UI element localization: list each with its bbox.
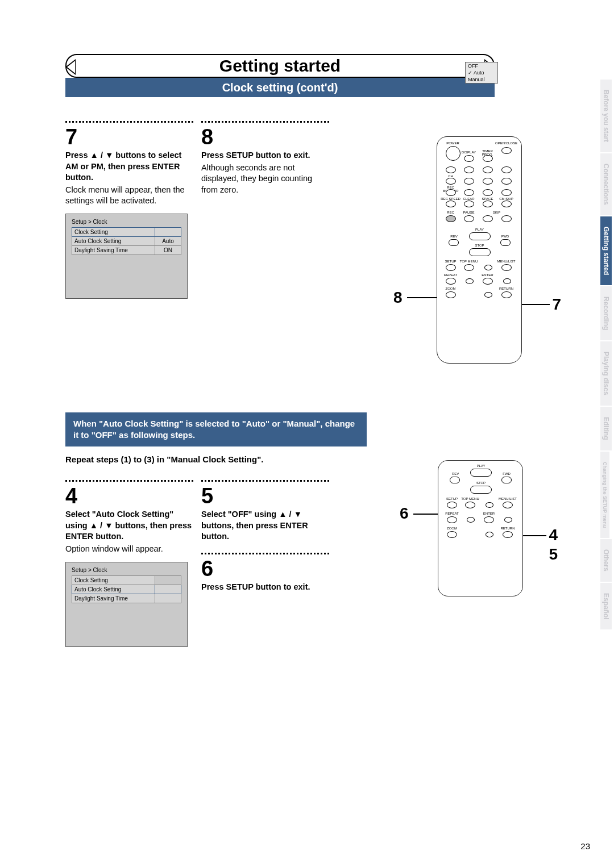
callout-8: 8 xyxy=(393,289,403,307)
arrow-right-icon xyxy=(503,278,511,284)
digit-3-icon xyxy=(501,166,512,173)
callout-6: 6 xyxy=(400,504,409,523)
step-instruction: Press SETUP button to exit. xyxy=(201,150,329,161)
digit-6-icon xyxy=(501,178,512,185)
table-row: Daylight Saving Time xyxy=(72,594,181,603)
remote-diagram-partial: 6 4 5 PLAY REV FWD STOP SETUP TOP MENU M… xyxy=(406,460,554,631)
repeat-button-icon xyxy=(447,516,457,523)
tab-espanol[interactable]: Español xyxy=(600,583,612,630)
step-number: 6 xyxy=(201,558,329,579)
osd-clock-menu: Setup > Clock Clock Setting Auto Clock S… xyxy=(65,214,188,299)
tab-playing-discs[interactable]: Playing discs xyxy=(600,341,612,406)
option-popup: OFF Auto Manual xyxy=(465,62,498,84)
power-button-icon xyxy=(446,146,460,161)
step-body: Option window will appear. xyxy=(65,544,193,555)
table-row: Auto Clock SettingAuto xyxy=(72,236,181,245)
callout-7: 7 xyxy=(552,295,561,314)
callout-4: 4 xyxy=(549,526,558,544)
step-4: 4 Select "Auto Clock Setting" using ▲ / … xyxy=(65,480,193,646)
step-body: Clock menu will appear, then the setting… xyxy=(65,185,193,207)
rec-monitor-icon xyxy=(446,189,456,196)
osd-breadcrumb: Setup > Clock xyxy=(72,219,181,225)
digit-0-icon xyxy=(483,201,493,207)
digit-5-icon xyxy=(483,178,493,185)
zoom-button-icon xyxy=(446,291,456,298)
osd-breadcrumb: Setup > Clock xyxy=(72,567,181,573)
digit-7-icon xyxy=(464,189,474,196)
rec-speed-icon xyxy=(446,201,456,207)
step-number: 4 xyxy=(65,485,193,507)
step-number: 5 xyxy=(201,485,329,507)
tab-editing[interactable]: Editing xyxy=(600,407,612,450)
side-tabs: Before you start Connections Getting sta… xyxy=(600,80,614,631)
tab-recording[interactable]: Recording xyxy=(600,286,612,340)
step-8: 8 Press SETUP button to exit. Although s… xyxy=(201,121,329,299)
ch-up-icon xyxy=(446,166,456,173)
rev-button-icon xyxy=(450,477,460,483)
divider xyxy=(201,480,329,482)
table-row: Auto Clock Setting xyxy=(72,585,181,594)
skip-next-icon xyxy=(501,215,512,222)
tab-before-you-start[interactable]: Before you start xyxy=(600,80,612,152)
page-number: 23 xyxy=(580,841,590,851)
clear-icon xyxy=(464,201,474,207)
option-off: OFF xyxy=(466,62,497,69)
option-manual: Manual xyxy=(466,76,497,83)
repeat-button-icon xyxy=(446,278,456,285)
section-subtitle: Clock setting (cont'd) xyxy=(65,78,495,97)
tab-others[interactable]: Others xyxy=(600,539,612,582)
arrow-left-icon xyxy=(466,278,474,284)
timer-prog-button-icon xyxy=(483,155,493,162)
stop-button-icon xyxy=(469,248,491,256)
menu-list-icon xyxy=(501,264,512,271)
top-menu-icon xyxy=(464,264,474,271)
enter-button-icon xyxy=(484,516,494,523)
option-auto: Auto xyxy=(466,69,497,76)
arrow-right-icon xyxy=(504,517,512,523)
step-number: 7 xyxy=(65,126,193,148)
arrow-down-icon xyxy=(484,292,492,298)
osd-clock-options: Setup > Clock Clock Setting Auto Clock S… xyxy=(65,562,188,647)
zoom-button-icon xyxy=(447,531,457,538)
pause-button-icon xyxy=(464,215,474,222)
callout-line xyxy=(518,304,550,305)
arrow-left-icon xyxy=(467,517,475,523)
section-header: Getting started Clock setting (cont'd) xyxy=(65,54,495,99)
step-instruction: Select "OFF" using ▲ / ▼ buttons, then p… xyxy=(201,509,329,542)
digit-9-icon xyxy=(501,189,512,196)
note-box: When "Auto Clock Setting" is selected to… xyxy=(65,412,367,447)
cm-skip-icon xyxy=(501,201,512,207)
top-menu-icon xyxy=(465,502,475,508)
stop-button-icon xyxy=(470,486,492,494)
tab-connections[interactable]: Connections xyxy=(600,153,612,215)
tab-getting-started[interactable]: Getting started xyxy=(600,216,612,285)
setup-button-icon xyxy=(446,264,456,271)
remote-outline: PLAY REV FWD STOP SETUP TOP MENU MENU/LI… xyxy=(438,460,523,596)
step-5-6: 5 Select "OFF" using ▲ / ▼ buttons, then… xyxy=(201,480,329,646)
digit-4-icon xyxy=(464,178,474,185)
step-number: 8 xyxy=(201,126,329,148)
menu-list-icon xyxy=(503,502,513,508)
enter-button-icon xyxy=(483,278,493,285)
play-button-icon xyxy=(470,469,492,477)
step-7: 7 Press ▲ / ▼ buttons to select AM or PM… xyxy=(65,121,193,299)
digit-2-icon xyxy=(483,166,493,173)
skip-prev-icon xyxy=(483,215,493,222)
setup-button-icon xyxy=(447,502,457,508)
section-title: Getting started xyxy=(67,56,493,76)
return-button-icon xyxy=(503,531,513,538)
fwd-button-icon xyxy=(500,239,511,246)
divider xyxy=(65,480,193,482)
callout-5: 5 xyxy=(549,545,558,564)
arrow-up-icon xyxy=(486,502,493,508)
display-button-icon xyxy=(464,155,474,162)
arrow-up-icon xyxy=(484,265,492,270)
tab-changing-setup[interactable]: Changing the SETUP menu xyxy=(600,452,609,538)
arrow-down-icon xyxy=(486,532,493,537)
divider xyxy=(65,121,193,123)
table-row: Clock Setting xyxy=(72,227,181,236)
table-row: Daylight Saving TimeON xyxy=(72,245,181,254)
return-button-icon xyxy=(501,291,512,298)
rev-button-icon xyxy=(449,239,459,246)
divider xyxy=(201,121,329,123)
